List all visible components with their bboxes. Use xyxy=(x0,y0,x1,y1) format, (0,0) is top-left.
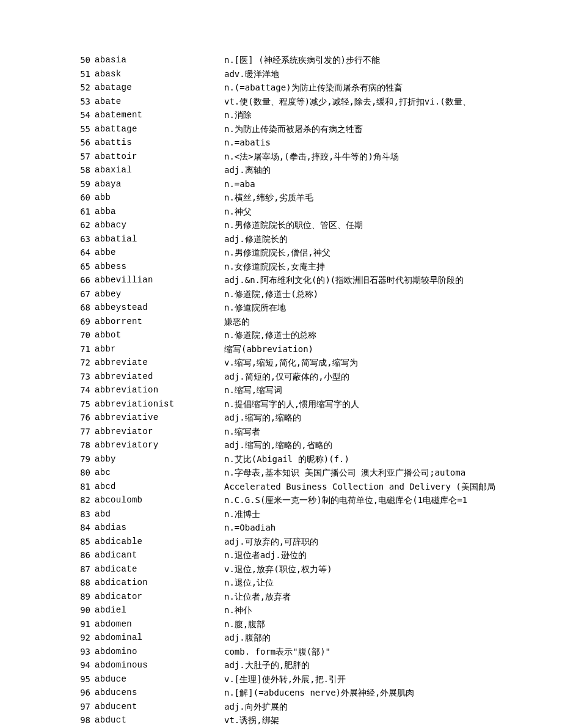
dictionary-row: 98abductvt.诱拐,绑架 xyxy=(73,714,562,727)
entry-definition: adj.离轴的 xyxy=(224,164,562,177)
entry-definition: adj.腹部的 xyxy=(224,631,562,644)
entry-number: 65 xyxy=(73,260,90,273)
entry-definition: n.[解](=abducens nerve)外展神经,外展肌肉 xyxy=(224,686,562,699)
entry-word: abbreviated xyxy=(90,370,224,383)
entry-definition: n.(=abattage)为防止传染而屠杀有病的牲畜 xyxy=(224,81,562,94)
dictionary-row: 79abbyn.艾比(Abigail 的昵称)(f.) xyxy=(73,453,562,466)
entry-definition: vt.使(数量、程度等)减少,减轻,除去,缓和,打折扣vi.(数量、 xyxy=(224,95,562,108)
dictionary-row: 77abbreviatorn.缩写者 xyxy=(73,425,562,438)
entry-number: 70 xyxy=(73,329,90,342)
dictionary-row: 63abbatialadj.修道院长的 xyxy=(73,233,562,246)
entry-number: 92 xyxy=(73,631,90,644)
dictionary-row: 91abdomenn.腹,腹部 xyxy=(73,618,562,631)
entry-definition: vt.诱拐,绑架 xyxy=(224,714,562,727)
entry-number: 51 xyxy=(73,68,90,81)
entry-number: 57 xyxy=(73,150,90,163)
entry-word: abbreviate xyxy=(90,356,224,369)
dictionary-row: 71abbr缩写(abbreviation) xyxy=(73,343,562,356)
entry-definition: adj.向外扩展的 xyxy=(224,700,562,713)
dictionary-row: 80abcn.字母表,基本知识 美国广播公司 澳大利亚广播公司;automa xyxy=(73,466,562,479)
entry-word: abbacy xyxy=(90,219,224,232)
entry-word: abaya xyxy=(90,178,224,191)
entry-word: abba xyxy=(90,205,224,218)
entry-word: abducens xyxy=(90,686,224,699)
dictionary-row: 51abaskadv.暖洋洋地 xyxy=(73,68,562,81)
dictionary-row: 69abborrent嫌恶的 xyxy=(73,315,562,328)
dictionary-row: 73abbreviatedadj.简短的,仅可蔽体的,小型的 xyxy=(73,370,562,383)
entry-word: abbreviatory xyxy=(90,439,224,452)
entry-definition: adj.&n.阿布维利文化(的)(指欧洲旧石器时代初期较早阶段的 xyxy=(224,274,562,287)
entry-word: abbr xyxy=(90,343,224,356)
dictionary-row: 62abbacyn.男修道院院长的职位、管区、任期 xyxy=(73,219,562,232)
entry-number: 50 xyxy=(73,54,90,67)
entry-number: 93 xyxy=(73,645,90,658)
dictionary-row: 56abattisn.=abatis xyxy=(73,136,562,149)
entry-definition: n.=Obadiah xyxy=(224,521,562,534)
entry-number: 94 xyxy=(73,659,90,672)
entry-word: abdiel xyxy=(90,604,224,617)
entry-number: 86 xyxy=(73,549,90,562)
entry-word: abcoulomb xyxy=(90,494,224,507)
entry-definition: v.退位,放弃(职位,权力等) xyxy=(224,563,562,576)
entry-definition: n.修道院所在地 xyxy=(224,301,562,314)
dictionary-row: 66abbevillianadj.&n.阿布维利文化(的)(指欧洲旧石器时代初期… xyxy=(73,274,562,287)
entry-definition: n.缩写,缩写词 xyxy=(224,384,562,397)
dictionary-row: 95abducev.[生理]使外转,外展,把.引开 xyxy=(73,673,562,686)
entry-number: 63 xyxy=(73,233,90,246)
entry-number: 95 xyxy=(73,673,90,686)
entry-definition: 嫌恶的 xyxy=(224,315,562,328)
dictionary-row: 97abducentadj.向外扩展的 xyxy=(73,700,562,713)
dictionary-row: 94abdominousadj.大肚子的,肥胖的 xyxy=(73,659,562,672)
dictionary-row: 61abban.神父 xyxy=(73,205,562,218)
entry-number: 79 xyxy=(73,453,90,466)
dictionary-row: 50abasian.[医] (神经系统疾病引发的)步行不能 xyxy=(73,54,562,67)
entry-word: abatement xyxy=(90,109,224,122)
entry-number: 88 xyxy=(73,576,90,589)
entry-definition: adj.大肚子的,肥胖的 xyxy=(224,659,562,672)
entry-word: abbatial xyxy=(90,233,224,246)
entry-definition: adj.修道院长的 xyxy=(224,233,562,246)
entry-number: 53 xyxy=(73,95,90,108)
entry-word: abduce xyxy=(90,673,224,686)
entry-definition: n.退位者adj.逊位的 xyxy=(224,549,562,562)
entry-number: 74 xyxy=(73,384,90,397)
entry-number: 80 xyxy=(73,466,90,479)
dictionary-row: 82abcoulombn.C.G.S(厘米一克一秒)制的电荷单位,电磁库仑(1电… xyxy=(73,494,562,507)
entry-number: 62 xyxy=(73,219,90,232)
dictionary-row: 76abbreviativeadj.缩写的,缩略的 xyxy=(73,411,562,424)
entry-definition: n.提倡缩写字的人,惯用缩写字的人 xyxy=(224,398,562,411)
entry-word: abbe xyxy=(90,246,224,259)
dictionary-row: 85abdicableadj.可放弃的,可辞职的 xyxy=(73,535,562,548)
entry-word: abaxial xyxy=(90,164,224,177)
entry-word: abdication xyxy=(90,576,224,589)
entry-word: abate xyxy=(90,95,224,108)
entry-number: 90 xyxy=(73,604,90,617)
dictionary-row: 74abbreviationn.缩写,缩写词 xyxy=(73,384,562,397)
entry-word: abdominal xyxy=(90,631,224,644)
dictionary-row: 54abatementn.消除 xyxy=(73,109,562,122)
entry-definition: n.C.G.S(厘米一克一秒)制的电荷单位,电磁库仑(1电磁库仑=1 xyxy=(224,494,562,507)
entry-definition: adj.简短的,仅可蔽体的,小型的 xyxy=(224,370,562,383)
dictionary-row: 75abbreviationistn.提倡缩写字的人,惯用缩写字的人 xyxy=(73,398,562,411)
dictionary-row: 52abatagen.(=abattage)为防止传染而屠杀有病的牲畜 xyxy=(73,81,562,94)
entry-word: abbess xyxy=(90,260,224,273)
entry-number: 64 xyxy=(73,246,90,259)
entry-word: abbeystead xyxy=(90,301,224,314)
entry-word: abattage xyxy=(90,123,224,136)
entry-definition: n.修道院,修道士的总称 xyxy=(224,329,562,342)
entry-word: abb xyxy=(90,191,224,204)
entry-word: abduct xyxy=(90,714,224,727)
entry-definition: n.女修道院院长,女庵主持 xyxy=(224,260,562,273)
entry-word: abattis xyxy=(90,136,224,149)
entry-definition: n.=abatis xyxy=(224,136,562,149)
entry-word: abdomino xyxy=(90,645,224,658)
entry-word: abbey xyxy=(90,288,224,301)
entry-word: abd xyxy=(90,508,224,521)
entry-number: 96 xyxy=(73,686,90,699)
entry-definition: n.[医] (神经系统疾病引发的)步行不能 xyxy=(224,54,562,67)
entry-number: 83 xyxy=(73,508,90,521)
entry-word: abbreviative xyxy=(90,411,224,424)
dictionary-row: 78abbreviatoryadj.缩写的,缩略的,省略的 xyxy=(73,439,562,452)
dictionary-row: 81abcdAccelerated Business Collection an… xyxy=(73,480,562,493)
dictionary-row: 58abaxialadj.离轴的 xyxy=(73,164,562,177)
